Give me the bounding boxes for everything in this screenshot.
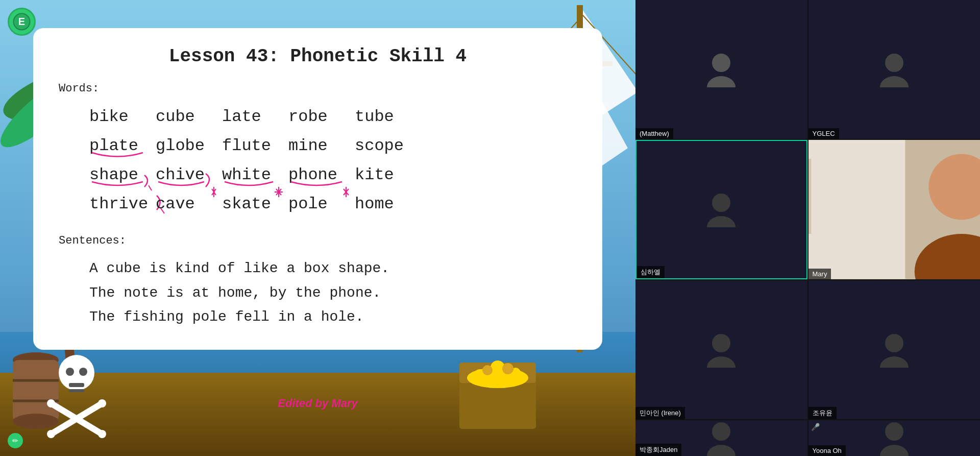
mary-label: Mary <box>808 269 831 279</box>
video-cell-yglec: YGLEC <box>808 0 981 139</box>
svg-point-57 <box>712 194 730 212</box>
video-cell-irene: 민아인 (Irene) <box>635 280 807 419</box>
video-cell-matthew: (Matthew) <box>635 0 807 139</box>
svg-point-26 <box>47 399 55 407</box>
irene-label: 민아인 (Irene) <box>635 407 685 419</box>
svg-point-38 <box>502 363 513 374</box>
matthew-avatar <box>635 0 807 139</box>
video-cell-mary: Mary <box>808 140 981 279</box>
svg-rect-32 <box>487 375 508 388</box>
svg-point-58 <box>707 216 736 227</box>
svg-point-16 <box>13 414 59 429</box>
word-late: late <box>222 104 288 129</box>
word-pole: pole <box>288 191 355 217</box>
sentences-label: Sentences: <box>59 234 577 247</box>
svg-point-55 <box>885 54 903 72</box>
word-mine: mine <box>288 133 355 158</box>
svg-point-70 <box>885 422 903 441</box>
words-label: Words: <box>59 82 577 95</box>
sentence-3: The fishing pole fell in a hole. <box>89 305 577 329</box>
svg-line-24 <box>51 403 102 434</box>
word-tube: tube <box>355 104 421 129</box>
video-sidebar: (Matthew) YGLEC 심하엘 <box>635 0 980 456</box>
word-chive: chive <box>156 162 222 187</box>
word-scope: scope <box>355 133 421 158</box>
mic-icon: 🎤 <box>811 423 820 431</box>
word-cube: cube <box>156 104 222 129</box>
word-cave: cave <box>156 191 222 217</box>
word-shape: shape <box>89 162 156 187</box>
svg-rect-31 <box>459 363 536 383</box>
svg-point-54 <box>707 76 736 87</box>
svg-point-69 <box>707 445 736 456</box>
word-robe: robe <box>288 104 355 129</box>
svg-rect-23 <box>69 389 84 392</box>
svg-point-37 <box>482 365 493 375</box>
svg-line-41 <box>149 185 152 190</box>
sentences-section: Sentences: A cube is kind of like a box … <box>59 234 577 329</box>
video-cell-yoona: 🎤 Yoona Oh <box>808 420 981 456</box>
svg-rect-30 <box>459 378 536 429</box>
word-kite: kite <box>355 162 421 187</box>
svg-rect-22 <box>69 383 84 387</box>
svg-text:E: E <box>18 16 25 27</box>
e-logo: E <box>8 8 36 36</box>
video-cell-jaden: 박종회Jaden <box>635 420 807 456</box>
svg-point-36 <box>491 361 505 375</box>
sentence-1: A cube is kind of like a box shape. <box>89 256 577 281</box>
svg-rect-62 <box>808 140 905 279</box>
svg-point-29 <box>98 430 106 438</box>
sentence-2: The note is at home, by the phone. <box>89 281 577 305</box>
yglec-avatar <box>808 0 981 139</box>
svg-point-68 <box>712 422 730 441</box>
svg-point-20 <box>66 368 74 376</box>
svg-point-21 <box>79 368 87 376</box>
svg-point-53 <box>712 54 730 72</box>
video-cell-shim: 심하엘 <box>635 140 807 279</box>
video-cell-joyuyun: 조유윤 <box>808 280 981 419</box>
svg-point-71 <box>880 445 909 456</box>
svg-point-65 <box>707 356 736 368</box>
svg-point-34 <box>474 369 486 381</box>
word-home: home <box>355 191 421 217</box>
svg-point-14 <box>13 352 59 368</box>
word-plate: plate <box>89 133 156 158</box>
svg-rect-1 <box>0 332 635 456</box>
shim-avatar <box>636 141 806 278</box>
pen-icon[interactable]: ✏ <box>8 433 23 448</box>
shim-label: 심하엘 <box>636 266 665 278</box>
svg-rect-15 <box>13 360 59 421</box>
svg-point-67 <box>880 356 909 368</box>
jaden-label: 박종회Jaden <box>635 444 681 456</box>
svg-point-35 <box>510 368 521 378</box>
svg-point-66 <box>885 334 903 352</box>
svg-point-28 <box>47 430 55 438</box>
svg-point-56 <box>880 76 909 87</box>
lesson-title: Lesson 43: Phonetic Skill 4 <box>59 46 577 67</box>
words-grid: bike cube late robe tube plate globe flu… <box>89 104 577 217</box>
edited-by-label: Edited by Mary <box>278 397 357 410</box>
svg-point-19 <box>59 355 94 391</box>
presentation-area: E Lesson 43: Phonetic Skill 4 Words: bik… <box>0 0 635 456</box>
svg-rect-2 <box>0 373 635 456</box>
svg-point-27 <box>98 399 106 407</box>
svg-point-64 <box>712 334 730 352</box>
joyuyun-label: 조유윤 <box>808 407 837 419</box>
svg-line-25 <box>51 403 102 434</box>
svg-point-33 <box>467 368 528 388</box>
word-bike: bike <box>89 104 156 129</box>
yoona-label: Yoona Oh <box>808 445 846 456</box>
word-thrive: thrive <box>89 191 156 217</box>
joyuyun-avatar <box>808 280 981 419</box>
word-white: white <box>222 162 288 187</box>
content-card: Lesson 43: Phonetic Skill 4 Words: bike … <box>33 28 602 350</box>
word-skate: skate <box>222 191 288 217</box>
word-phone: phone <box>288 162 355 187</box>
irene-avatar <box>635 280 807 419</box>
word-globe: globe <box>156 133 222 158</box>
word-flute: flute <box>222 133 288 158</box>
matthew-label: (Matthew) <box>635 128 673 139</box>
yglec-label: YGLEC <box>808 128 839 139</box>
svg-rect-63 <box>808 159 811 234</box>
